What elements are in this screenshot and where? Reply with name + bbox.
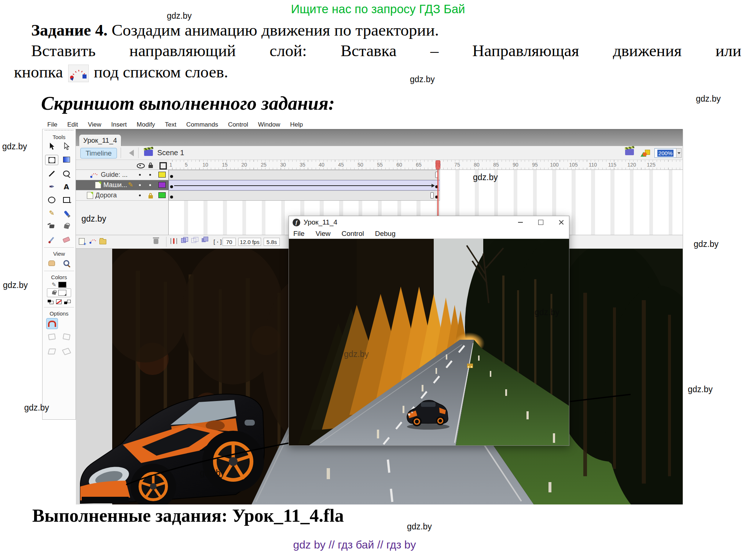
- minimize-icon[interactable]: [518, 222, 523, 223]
- car-symbol[interactable]: [79, 389, 267, 504]
- frame-rate-field[interactable]: 12.0 fps: [238, 238, 261, 246]
- layer-name: Guide: ...: [101, 171, 128, 179]
- pencil-tool-icon[interactable]: ✎: [45, 208, 58, 218]
- menu-control[interactable]: Control: [228, 121, 248, 128]
- gradient-transform-tool-icon[interactable]: [60, 155, 73, 164]
- rectangle-tool-icon[interactable]: [60, 195, 73, 205]
- playhead[interactable]: [436, 160, 440, 170]
- watermark: gdz.by: [407, 522, 432, 532]
- menu-commands[interactable]: Commands: [186, 121, 218, 128]
- document-tab[interactable]: Урок_11_4: [79, 134, 121, 146]
- layer-outline-swatch[interactable]: [158, 192, 166, 198]
- stroke-color-swatch[interactable]: [58, 282, 66, 288]
- preview-menu-view[interactable]: View: [316, 230, 331, 238]
- menu-window[interactable]: Window: [258, 121, 280, 128]
- layer-row-mashina[interactable]: Маши... ✎: [76, 180, 169, 190]
- elapsed-time-field[interactable]: 5.8s: [264, 238, 280, 246]
- ruler-number: 85: [493, 162, 499, 168]
- ruler-number: 25: [261, 162, 267, 168]
- subselection-tool-icon[interactable]: [60, 142, 73, 151]
- show-hide-layers-icon[interactable]: [137, 163, 145, 168]
- default-colors-icon[interactable]: [48, 300, 54, 304]
- watermark: gdz.by: [688, 384, 713, 394]
- free-transform-tool-icon[interactable]: [45, 155, 58, 165]
- layer-lock-dot[interactable]: [149, 174, 151, 176]
- eraser-tool-icon[interactable]: [60, 235, 73, 244]
- keyframe-dot: [170, 196, 173, 198]
- menu-modify[interactable]: Modify: [137, 121, 155, 128]
- option-icon-disabled: [60, 347, 73, 356]
- text-tool-icon[interactable]: A: [60, 182, 73, 192]
- current-frame-field[interactable]: 70: [223, 238, 236, 246]
- scene-name[interactable]: Scene 1: [157, 149, 184, 157]
- tween-arrow-line: [174, 185, 432, 186]
- back-arrow-icon[interactable]: [126, 150, 134, 156]
- eyedropper-tool-icon[interactable]: [45, 235, 58, 244]
- zoom-dropdown-icon[interactable]: [676, 148, 682, 158]
- preview-menu-debug[interactable]: Debug: [375, 230, 396, 238]
- selection-tool-icon[interactable]: [45, 142, 58, 151]
- menu-view[interactable]: View: [88, 121, 102, 128]
- fill-color-swatch[interactable]: [58, 290, 66, 296]
- fill-color-control[interactable]: [47, 288, 71, 297]
- zoom-level-input[interactable]: 200%: [654, 148, 676, 158]
- zoom-tool-icon[interactable]: [60, 258, 73, 268]
- no-color-icon[interactable]: [56, 299, 62, 304]
- watermark: gdz.by: [81, 214, 106, 224]
- menu-text[interactable]: Text: [165, 121, 176, 128]
- snap-to-objects-magnet-icon[interactable]: [46, 318, 58, 329]
- edit-multiple-frames-icon[interactable]: [202, 238, 206, 242]
- menu-help[interactable]: Help: [290, 121, 303, 128]
- edit-scene-icon[interactable]: [625, 149, 634, 155]
- insert-layer-icon[interactable]: [79, 238, 85, 245]
- swap-colors-icon[interactable]: [64, 300, 71, 304]
- pen-tool-icon[interactable]: ✒: [45, 182, 58, 192]
- timeline-ruler[interactable]: 1 5 10 15 20 25 30 35 40 45 50 55 60 65: [169, 160, 683, 170]
- layer-outline-swatch[interactable]: [158, 182, 166, 188]
- layer-outline-swatch[interactable]: [158, 172, 166, 178]
- close-icon[interactable]: [559, 220, 564, 225]
- edit-symbols-icon[interactable]: [641, 148, 650, 156]
- preview-menu-control[interactable]: Control: [341, 230, 364, 238]
- timeline-toggle-button[interactable]: Timeline: [80, 148, 117, 158]
- menu-file[interactable]: File: [47, 121, 57, 128]
- delete-layer-trash-icon[interactable]: [154, 238, 158, 244]
- layer-row-doroga[interactable]: Дорога: [76, 190, 169, 201]
- ink-bottle-tool-icon[interactable]: [45, 222, 58, 231]
- outline-layers-icon[interactable]: [159, 162, 167, 170]
- layer-locked-icon[interactable]: [148, 195, 153, 198]
- maximize-icon[interactable]: [538, 220, 543, 225]
- result-caption: Выполненные задания: Урок_11_4.fla: [32, 505, 344, 526]
- brush-tool-icon[interactable]: [60, 208, 73, 218]
- paint-bucket-tool-icon[interactable]: [60, 222, 73, 231]
- ruler-number: 115: [608, 162, 616, 168]
- layer-visibility-dot[interactable]: [139, 184, 141, 186]
- hand-tool-icon[interactable]: [45, 258, 58, 268]
- footer-links: gdz by // гдз бай // гдз by: [0, 539, 709, 551]
- panel-grip[interactable]: [45, 130, 73, 133]
- stroke-color-control[interactable]: ✎: [43, 282, 76, 288]
- onion-skin-outlines-icon[interactable]: [191, 238, 196, 243]
- layer-visibility-dot[interactable]: [139, 174, 141, 176]
- doroga-layer-frame-span[interactable]: [169, 190, 440, 201]
- guide-layer-frame-span[interactable]: [169, 170, 440, 180]
- layer-page-icon: [87, 192, 93, 199]
- preview-menu-file[interactable]: File: [293, 230, 305, 238]
- lock-layers-icon[interactable]: [148, 165, 153, 168]
- modify-onion-markers-icon[interactable]: [·]: [213, 238, 223, 246]
- ruler-number: 65: [416, 162, 422, 168]
- line-tool-icon[interactable]: [45, 169, 58, 178]
- menu-edit[interactable]: Edit: [67, 121, 78, 128]
- menu-insert[interactable]: Insert: [111, 121, 127, 128]
- layer-visibility-dot[interactable]: [139, 194, 141, 196]
- insert-layer-folder-icon[interactable]: [99, 238, 106, 244]
- mashina-motion-tween-span[interactable]: [169, 180, 440, 190]
- onion-skin-icon[interactable]: [181, 238, 186, 243]
- task-line2: Вставить направляющий слой: Вставка – На…: [31, 41, 741, 60]
- layer-lock-dot[interactable]: [149, 184, 151, 186]
- add-motion-guide-icon[interactable]: [89, 238, 97, 246]
- layer-row-guide[interactable]: Guide: ...: [76, 170, 169, 180]
- oval-tool-icon[interactable]: [45, 195, 58, 205]
- lasso-tool-icon[interactable]: [60, 169, 73, 178]
- center-frame-icon[interactable]: [170, 238, 177, 244]
